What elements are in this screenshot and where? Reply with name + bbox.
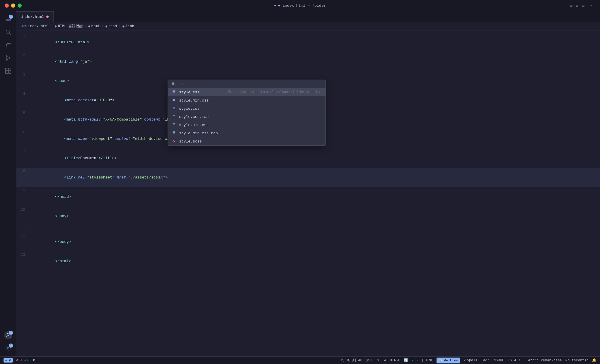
status-errors[interactable]: ⊗ 0 ⚠ 0	[16, 358, 30, 363]
autocomplete-label-style-css-2: style.css	[179, 107, 200, 111]
status-notifications[interactable]: 🔔	[592, 358, 596, 363]
autocomplete-item-style-min-css-map[interactable]: # style.min.css.map	[168, 129, 325, 137]
settings-badge: 1	[9, 344, 13, 348]
autocomplete-label-style-min-css-2: style.min.css	[179, 123, 209, 127]
status-encoding[interactable]: UTF-8	[390, 358, 400, 363]
status-spaces[interactable]: スペース: 4	[366, 358, 386, 363]
activity-bar-bottom: 1 1	[2, 329, 14, 356]
status-line-ending[interactable]: 🔄 LF	[404, 358, 413, 363]
status-language[interactable]: { } HTML	[417, 358, 433, 363]
autocomplete-label-style-css-map: style.css.map	[179, 115, 209, 119]
sidebar-item-explorer[interactable]: 1	[2, 13, 14, 25]
svg-point-3	[6, 46, 7, 47]
modified-indicator	[46, 16, 49, 18]
autocomplete-label-style-scss: style.scss	[179, 139, 202, 144]
file-code-icon: </>	[21, 25, 27, 28]
code-line-12: 12 </body>	[16, 232, 600, 252]
code-line-13: 13 </html>	[16, 252, 600, 271]
warning-count: 0	[28, 358, 30, 363]
sidebar-item-account[interactable]: 1	[2, 329, 14, 341]
editor-area: index.html </> index.html › ◉ HTML 言語機能 …	[16, 11, 600, 356]
svg-rect-4	[6, 68, 8, 71]
status-remote[interactable]: ⇌ 0	[4, 358, 13, 363]
css-icon-3: #	[171, 106, 176, 111]
svg-point-0	[6, 30, 10, 34]
nav-icon: 🔍	[171, 82, 176, 86]
autocomplete-label-nav: ..	[179, 82, 184, 86]
breadcrumb-item-html[interactable]: ◉ html	[88, 24, 100, 28]
status-right: 行 8、列 48 スペース: 4 UTF-8 🔄 LF { } HTML 📡 G…	[341, 358, 596, 363]
position-text: 行 8、列 48	[341, 358, 362, 363]
window-controls	[5, 4, 22, 8]
status-ts[interactable]: TS 4.7.3	[508, 358, 525, 363]
autocomplete-item-style-scss[interactable]: ✿ style.scss	[168, 137, 325, 145]
panel-layout-icon[interactable]: ⊞	[582, 3, 584, 8]
autocomplete-item-style-min-css-2[interactable]: # style.min.css	[168, 121, 325, 129]
status-position[interactable]: 行 8、列 48	[341, 358, 362, 363]
autocomplete-label-style-css: style.css	[179, 90, 200, 95]
tsconfig-text: No tsconfig	[565, 358, 589, 363]
scss-icon: ✿	[171, 139, 176, 144]
autocomplete-item-style-min-css[interactable]: # style.min.css	[168, 96, 325, 104]
breadcrumb-item-language[interactable]: ◉ HTML 言語機能	[55, 24, 83, 29]
attr-text: Attr: kebab-case	[528, 358, 562, 363]
status-left: ⇌ 0 ⊗ 0 ⚠ 0 ⑆	[4, 358, 35, 363]
maximize-button[interactable]	[18, 4, 22, 8]
warning-icon: ⚠	[24, 358, 26, 363]
svg-point-2	[9, 43, 11, 44]
ts-text: TS 4.7.3	[508, 358, 525, 363]
autocomplete-item-style-css[interactable]: # style.css /Users/saitomasakazu/Downloa…	[168, 88, 325, 96]
status-go-live[interactable]: 📡 Go Live	[437, 358, 460, 363]
sidebar-item-extensions[interactable]	[2, 65, 14, 77]
layout-icon[interactable]: ⊞	[570, 3, 572, 8]
breadcrumb-item-head[interactable]: ◉ head	[105, 24, 117, 28]
autocomplete-label-style-min-css: style.min.css	[179, 98, 209, 103]
css-icon-5: #	[171, 123, 176, 127]
autocomplete-item-style-css-map[interactable]: # style.css.map	[168, 113, 325, 121]
tab-index-html[interactable]: index.html	[16, 11, 54, 22]
breadcrumb-item-link[interactable]: ◉ link	[122, 24, 134, 28]
code-line-8: 8 <link rel="stylesheet" href="./assets/…	[16, 168, 600, 187]
circle-icon-2: ◉	[88, 24, 90, 28]
status-tag[interactable]: Tag: UNSURE	[481, 358, 504, 363]
line-ending-icon: 🔄	[404, 358, 408, 363]
breadcrumb-sep-3: ›	[101, 24, 103, 28]
autocomplete-item-style-css-2[interactable]: # style.css	[168, 104, 325, 113]
autocomplete-dropdown[interactable]: 🔍 .. # style.css /Users/saitomasakazu/Do…	[168, 80, 326, 146]
sidebar-item-run-debug[interactable]	[2, 52, 14, 64]
spell-text: Spell	[467, 358, 478, 363]
sidebar-item-settings[interactable]: 1	[2, 342, 14, 354]
spaces-text: スペース: 4	[366, 358, 386, 363]
status-spell[interactable]: ✓ Spell	[463, 358, 477, 363]
line-ending-text: LF	[409, 358, 413, 363]
bell-icon: 🔔	[592, 358, 596, 363]
tag-text: Tag: UNSURE	[481, 358, 504, 363]
breadcrumb-item-file[interactable]: </> index.html	[21, 24, 49, 28]
svg-point-1	[6, 43, 7, 44]
window-title: ● ● index.html — folder	[274, 4, 326, 8]
svg-rect-7	[8, 71, 11, 73]
sidebar-item-search[interactable]	[2, 26, 14, 38]
code-line-2: 2 <html lang="ja">	[16, 52, 600, 71]
autocomplete-label-style-min-css-map: style.min.css.map	[179, 131, 218, 135]
status-attr[interactable]: Attr: kebab-case	[528, 358, 562, 363]
autocomplete-item-nav[interactable]: 🔍 ..	[168, 80, 325, 88]
go-live-icon: 📡	[439, 358, 443, 362]
breadcrumb: </> index.html › ◉ HTML 言語機能 › ◉ html › …	[16, 22, 600, 30]
status-bar: ⇌ 0 ⊗ 0 ⚠ 0 ⑆ 行 8、列 48 スペース: 4 UTF-8 🔄 L…	[0, 356, 600, 364]
code-line-10: 10 <body>	[16, 207, 600, 226]
status-source-control[interactable]: ⑆	[33, 358, 35, 363]
minimize-button[interactable]	[11, 4, 15, 8]
title-bar: ● ● index.html — folder ⊞ ⊟ ⊞ ···	[0, 0, 600, 11]
main-container: 1	[0, 11, 600, 356]
css-icon-2: #	[171, 98, 176, 103]
breadcrumb-sep-4: ›	[119, 24, 121, 28]
split-editor-icon[interactable]: ⊟	[576, 3, 578, 8]
circle-icon-1: ◉	[55, 24, 57, 28]
sidebar-item-source-control[interactable]	[2, 39, 14, 51]
status-tsconfig[interactable]: No tsconfig	[565, 358, 589, 363]
close-button[interactable]	[5, 4, 9, 8]
language-icon: { }	[417, 358, 424, 363]
more-icon[interactable]: ···	[588, 3, 595, 8]
code-editor[interactable]: 1 <!DOCTYPE html> 2 <html lang="ja"> 3 <…	[16, 30, 600, 356]
